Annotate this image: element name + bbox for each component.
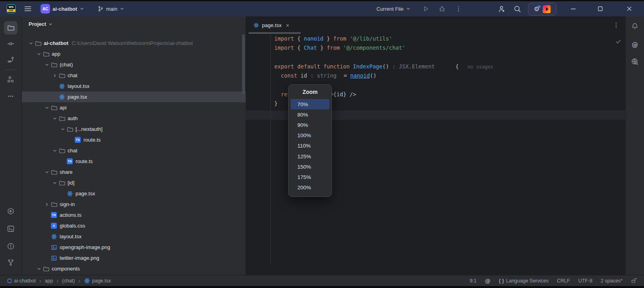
- tree-item-path: C:\Users\David Watson\WebstormProjects\a…: [72, 40, 193, 46]
- tree-item--chat-[interactable]: (chat): [22, 59, 246, 70]
- run-configuration-selector[interactable]: Current File: [376, 1, 411, 16]
- line-ending-widget[interactable]: CRLF: [557, 278, 570, 284]
- breadcrumb-item--chat-[interactable]: (chat): [62, 278, 75, 284]
- tree-item-page.tsx[interactable]: page.tsx: [22, 188, 246, 199]
- commit-toolwindow-button[interactable]: [7, 40, 14, 47]
- debug-button[interactable]: [438, 1, 446, 16]
- zoom-option-100[interactable]: 100%: [291, 130, 330, 141]
- tree-item-opengraph-image.png[interactable]: opengraph-image.png: [22, 242, 246, 253]
- tree-chevron[interactable]: [59, 126, 67, 132]
- tree-item-route.ts[interactable]: TSroute.ts: [22, 134, 246, 145]
- tree-item-label: page.tsx: [76, 191, 95, 197]
- left-toolwindow-bar: [0, 16, 22, 275]
- version-control-toolwindow-button[interactable]: [7, 259, 15, 267]
- zoom-option-175[interactable]: 175%: [291, 172, 330, 182]
- tree-item-page.tsx[interactable]: page.tsx: [22, 91, 246, 102]
- more-actions-button[interactable]: ⋮: [456, 1, 462, 16]
- more-vertical-icon: ⋮: [613, 21, 619, 29]
- tree-item-twitter-image.png[interactable]: twitter-image.png: [22, 253, 246, 263]
- zoom-option-110[interactable]: 110%: [291, 141, 330, 151]
- minimize-button[interactable]: [569, 1, 577, 16]
- tree-chevron[interactable]: [43, 169, 51, 175]
- tree-chevron[interactable]: [51, 116, 59, 121]
- project-toolwindow-button[interactable]: [7, 24, 14, 31]
- maximize-button[interactable]: [596, 1, 604, 16]
- zoom-option-200[interactable]: 200%: [291, 183, 330, 193]
- structure-toolwindow-button[interactable]: [7, 76, 14, 83]
- tree-item-ai-chatbot[interactable]: ai-chatbotC:\Users\David Watson\Webstorm…: [22, 38, 246, 49]
- tree-item-share[interactable]: share: [22, 167, 246, 177]
- tree-item-sign-in[interactable]: sign-in: [22, 199, 246, 210]
- webstorm-logo-icon[interactable]: WSEAP: [7, 1, 16, 16]
- tree-item-components[interactable]: components: [22, 263, 246, 274]
- ai-spiral-icon[interactable]: @: [485, 278, 491, 284]
- zoom-option-80[interactable]: 80%: [291, 109, 330, 120]
- tree-item-globals.css[interactable]: 3globals.css: [22, 220, 246, 231]
- tree-item-layout.tsx[interactable]: layout.tsx: [22, 231, 246, 242]
- tree-item--...nextauth-[interactable]: [...nextauth]: [22, 124, 246, 134]
- tree-item-label: actions.ts: [60, 212, 81, 218]
- tree-item--id-[interactable]: [id]: [22, 177, 246, 188]
- branch-widget[interactable]: main: [97, 1, 124, 16]
- tree-chevron[interactable]: [51, 148, 59, 154]
- breadcrumb-item-page.tsx[interactable]: page.tsx: [84, 278, 111, 284]
- tree-item-chat[interactable]: chat: [22, 70, 246, 81]
- tree-item-actions.ts[interactable]: TSactions.ts: [22, 210, 246, 220]
- jetbrains-ai-icon[interactable]: [543, 5, 551, 13]
- tree-item-app[interactable]: app: [22, 49, 246, 59]
- breadcrumb-item-ai-chatbot[interactable]: ai-chatbot: [7, 278, 36, 284]
- tree-chevron[interactable]: [51, 73, 59, 78]
- project-widget[interactable]: AC ai-chatbot: [41, 1, 84, 16]
- tab-page-tsx[interactable]: page.tsx ×: [248, 19, 294, 32]
- tree-chevron[interactable]: [27, 41, 35, 46]
- main-menu-button[interactable]: [23, 1, 32, 16]
- breadcrumb-item-app[interactable]: app: [45, 278, 53, 284]
- tree-item-label: route.ts: [76, 158, 93, 164]
- run-button[interactable]: [422, 1, 430, 16]
- editor-tab-bar: page.tsx × ⋮: [246, 16, 625, 34]
- project-panel-scrollbar[interactable]: [242, 34, 245, 94]
- tab-close-icon[interactable]: ×: [286, 22, 289, 29]
- indent-widget[interactable]: 2 spaces*: [601, 278, 623, 284]
- tree-chevron[interactable]: [35, 266, 43, 272]
- tree-chevron[interactable]: [35, 51, 43, 57]
- zoom-option-90[interactable]: 90%: [291, 120, 330, 130]
- ai-assistant-button[interactable]: @: [632, 41, 638, 49]
- editor-options-button[interactable]: ⋮: [612, 20, 620, 30]
- breadcrumb-separator: ›: [78, 278, 80, 284]
- settings-gear-icon[interactable]: ⚙: [534, 6, 539, 12]
- tree-item-route.ts[interactable]: TSroute.ts: [22, 156, 246, 167]
- code-with-me-button[interactable]: [498, 1, 506, 16]
- endpoints-button[interactable]: [631, 58, 639, 66]
- notifications-button[interactable]: [631, 23, 639, 30]
- more-vertical-icon: ⋮: [456, 5, 462, 12]
- project-panel-header[interactable]: Project: [29, 21, 53, 27]
- close-button[interactable]: [625, 1, 633, 16]
- services-toolwindow-button[interactable]: [7, 208, 15, 215]
- tree-item-api[interactable]: api: [22, 102, 246, 113]
- chevron-down-icon: [120, 6, 124, 11]
- language-services-widget[interactable]: { } Language Services: [499, 278, 549, 284]
- more-toolwindows-button[interactable]: [7, 93, 14, 100]
- tree-item-chat[interactable]: chat: [22, 145, 246, 156]
- chevron-down-icon: [60, 126, 66, 132]
- zoom-option-125[interactable]: 125%: [291, 151, 330, 162]
- zoom-option-70[interactable]: 70%: [291, 99, 330, 109]
- file-lock-widget[interactable]: [631, 278, 637, 284]
- code-line: [246, 53, 625, 62]
- tree-chevron[interactable]: [43, 62, 51, 68]
- tree-item-label: chat: [68, 148, 78, 154]
- tree-chevron[interactable]: [51, 180, 59, 186]
- encoding-widget[interactable]: UTF-8: [578, 278, 592, 284]
- caret-position-widget[interactable]: 9:1: [469, 278, 476, 284]
- zoom-option-150[interactable]: 150%: [291, 162, 330, 172]
- tree-item-auth[interactable]: auth: [22, 113, 246, 124]
- terminal-toolwindow-button[interactable]: [7, 225, 15, 233]
- tree-item-layout.tsx[interactable]: layout.tsx: [22, 81, 246, 91]
- problems-toolwindow-button[interactable]: [7, 243, 15, 250]
- pull-requests-toolwindow-button[interactable]: [7, 56, 14, 63]
- breadcrumb-label: page.tsx: [92, 278, 111, 284]
- tree-chevron[interactable]: [43, 202, 51, 207]
- tree-chevron[interactable]: [43, 105, 51, 111]
- search-everywhere-button[interactable]: [513, 1, 522, 16]
